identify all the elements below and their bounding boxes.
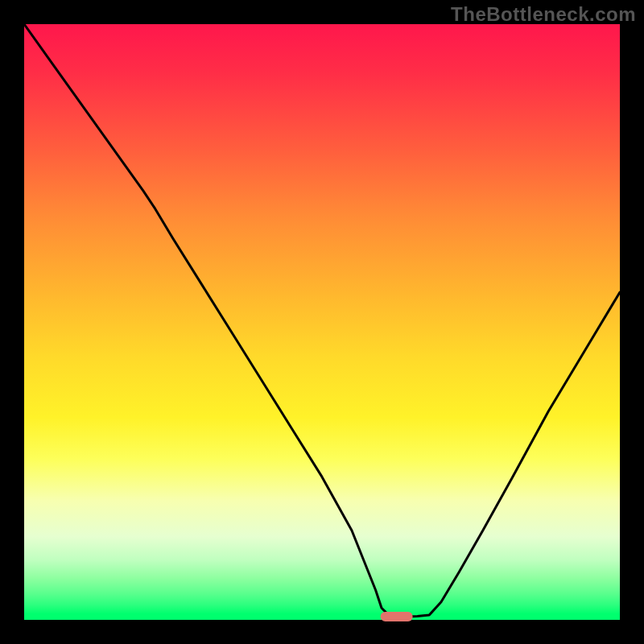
optimal-point-marker	[380, 612, 413, 621]
bottleneck-curve	[24, 24, 620, 620]
chart-frame: TheBottleneck.com	[0, 0, 644, 644]
watermark-text: TheBottleneck.com	[451, 3, 636, 26]
plot-area	[24, 24, 620, 620]
